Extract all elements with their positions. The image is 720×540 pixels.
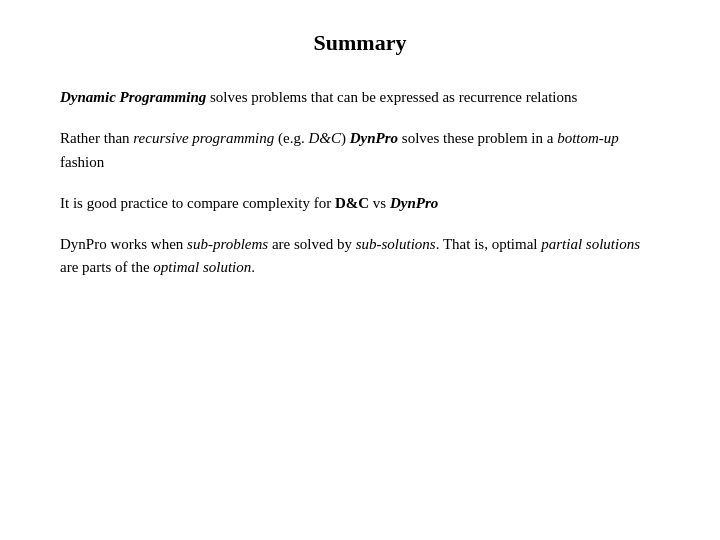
section-3: It is good practice to compare complexit… [60, 192, 660, 215]
section4-text4: are parts of the [60, 259, 153, 275]
section2-text2: (e.g. [274, 130, 308, 146]
section4-text1: DynPro works when [60, 236, 187, 252]
section3-text2: vs [369, 195, 390, 211]
recursive-programming-label: recursive programming [133, 130, 274, 146]
optimal-solution-label: optimal solution [153, 259, 251, 275]
section-4: DynPro works when sub-problems are solve… [60, 233, 660, 280]
dynpro-label-1: DynPro [350, 130, 398, 146]
section3-text1: It is good practice to compare complexit… [60, 195, 335, 211]
section4-text3: . That is, optimal [436, 236, 542, 252]
section1-text: solves problems that can be expressed as… [210, 89, 577, 105]
dc-label-2: D&C [335, 195, 369, 211]
dc-label-1: D&C [308, 130, 341, 146]
section-1: Dynamic Programming solves problems that… [60, 86, 660, 109]
dynamic-programming-label: Dynamic Programming [60, 89, 206, 105]
section2-text3: ) [341, 130, 350, 146]
page: Summary Dynamic Programming solves probl… [0, 0, 720, 540]
section2-text5: fashion [60, 154, 104, 170]
section4-text2: are solved by [268, 236, 355, 252]
page-title: Summary [60, 30, 660, 56]
sub-solutions-label: sub-solutions [356, 236, 436, 252]
bottom-up-label: bottom-up [557, 130, 619, 146]
partial-solutions-label: partial solutions [541, 236, 640, 252]
section-2: Rather than recursive programming (e.g. … [60, 127, 660, 174]
sub-problems-label: sub-problems [187, 236, 268, 252]
section2-text1: Rather than [60, 130, 133, 146]
section4-text5: . [251, 259, 255, 275]
section2-text4: solves these problem in a [398, 130, 557, 146]
dynpro-label-2: DynPro [390, 195, 438, 211]
